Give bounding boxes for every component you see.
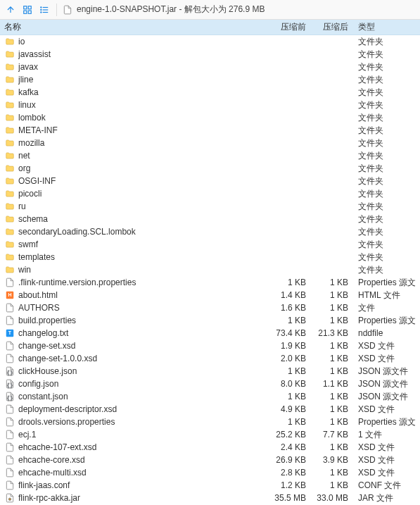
size-after: 1 KB [310,316,352,325]
txt-icon: T [4,328,15,339]
file-type: JSON 源文件 [352,366,416,378]
file-type: XSD 文件 [352,353,416,365]
file-row[interactable]: ru文件夹 [0,200,420,213]
file-name: change-set.xsd [18,341,268,351]
file-row[interactable]: Tchangelog.txt73.4 KB21.3 KBnddfile [0,327,420,339]
size-after: 1 KB [310,417,352,427]
file-row[interactable]: ehcache-multi.xsd2.8 KB1 KBXSD 文件 [0,466,420,479]
file-row[interactable]: kafka文件夹 [0,86,420,99]
file-type: 文件夹 [352,61,416,73]
file-row[interactable]: ecj.125.2 KB7.7 KB1 文件 [0,428,420,441]
size-before: 1 KB [268,392,310,401]
file-type: 文件夹 [352,188,416,200]
nav-up-icon[interactable] [4,4,17,16]
size-before: 1 KB [268,417,310,427]
file-row[interactable]: secondaryLoading.SCL.lombok文件夹 [0,225,420,238]
jar-icon [4,492,15,504]
svg-point-17 [8,498,11,501]
file-row[interactable]: linux文件夹 [0,99,420,111]
size-after: 1 KB [310,354,352,363]
file-row[interactable]: change-set-1.0.0.xsd2.0 KB1 KBXSD 文件 [0,352,420,365]
file-type: 文件夹 [352,264,416,276]
folder-icon [4,137,15,149]
size-after: 1 KB [310,442,352,452]
svg-text:H: H [8,292,11,297]
file-row[interactable]: org文件夹 [0,162,420,175]
header-name[interactable]: 名称 [4,21,268,33]
file-name: ehcache-core.xsd [18,455,268,465]
file-row[interactable]: io文件夹 [0,35,420,48]
breadcrumb[interactable]: engine-1.0-SNAPSHOT.jar - 解包大小为 276.9 MB [63,4,265,15]
file-row[interactable]: deployment-descriptor.xsd4.9 KB1 KBXSD 文… [0,403,420,416]
file-row[interactable]: { }constant.json1 KB1 KBJSON 源文件 [0,390,420,403]
size-before: 1.9 KB [268,341,310,351]
svg-rect-1 [28,6,31,8]
file-type: Properties 源文件 [352,277,416,289]
file-row[interactable]: .flink-runtime.version.properties1 KB1 K… [0,276,420,289]
file-type: 文件 [352,302,416,314]
view-list-icon[interactable] [38,4,51,16]
file-type: XSD 文件 [352,404,416,416]
file-row[interactable]: ehcache-107-ext.xsd2.4 KB1 KBXSD 文件 [0,441,420,454]
folder-icon [4,251,15,263]
file-row[interactable]: { }config.json8.0 KB1.1 KBJSON 源文件 [0,378,420,390]
size-before: 26.9 KB [268,455,310,465]
file-row[interactable]: schema文件夹 [0,213,420,225]
file-row[interactable]: lombok文件夹 [0,111,420,124]
size-before: 1 KB [268,316,310,325]
json-icon: { } [4,366,15,377]
svg-point-9 [41,11,42,12]
file-row[interactable]: OSGI-INF文件夹 [0,175,420,187]
file-row[interactable]: AUTHORS1.6 KB1 KB文件 [0,301,420,314]
folder-icon [4,239,15,250]
file-row[interactable]: swmf文件夹 [0,238,420,251]
file-icon [4,340,15,351]
header-type[interactable]: 类型 [352,21,416,33]
file-row[interactable]: META-INF文件夹 [0,124,420,137]
folder-icon [4,226,15,237]
file-name: flink-rpc-akka.jar [18,493,268,503]
file-row[interactable]: net文件夹 [0,149,420,162]
file-row[interactable]: flink-jaas.conf1.2 KB1 KBCONF 文件 [0,479,420,492]
file-row[interactable]: flink-rpc-akka.jar35.5 MB33.0 MBJAR 文件 [0,492,420,504]
file-row[interactable]: jline文件夹 [0,73,420,86]
file-name: templates [18,252,268,262]
file-name: build.properties [18,316,268,325]
file-name: net [18,151,268,161]
file-row[interactable]: templates文件夹 [0,251,420,263]
file-row[interactable]: Habout.html1.4 KB1 KBHTML 文件 [0,289,420,301]
file-name: win [18,265,268,275]
size-after: 1 KB [310,392,352,401]
file-row[interactable]: picocli文件夹 [0,187,420,200]
file-row[interactable]: javassist文件夹 [0,48,420,61]
file-row[interactable]: ehcache-core.xsd26.9 KB3.9 KBXSD 文件 [0,454,420,466]
file-type: 文件夹 [352,213,416,225]
file-row[interactable]: mozilla文件夹 [0,137,420,149]
folder-icon [4,175,15,187]
file-type: 文件夹 [352,49,416,61]
file-row[interactable]: drools.versions.properties1 KB1 KBProper… [0,416,420,428]
file-type: 文件夹 [352,226,416,238]
file-row[interactable]: { }clickHouse.json1 KB1 KBJSON 源文件 [0,365,420,378]
file-list: io文件夹javassist文件夹javax文件夹jline文件夹kafka文件… [0,35,420,505]
file-type: 1 文件 [352,429,416,441]
file-type: JAR 文件 [352,492,416,504]
folder-icon [4,112,15,123]
file-row[interactable]: build.properties1 KB1 KBProperties 源文件 [0,314,420,327]
file-type: HTML 文件 [352,289,416,301]
html-icon: H [4,289,15,301]
folder-icon [4,36,15,47]
file-type: 文件夹 [352,239,416,251]
header-compressed-after[interactable]: 压缩后 [310,21,352,33]
toolbar: engine-1.0-SNAPSHOT.jar - 解包大小为 276.9 MB [0,0,420,20]
size-before: 73.4 KB [268,328,310,338]
file-row[interactable]: win文件夹 [0,263,420,276]
file-name: deployment-descriptor.xsd [18,404,268,414]
svg-text:T: T [8,330,12,335]
file-row[interactable]: javax文件夹 [0,61,420,73]
header-compressed-before[interactable]: 压缩前 [268,21,310,33]
view-tiles-icon[interactable] [21,4,34,16]
file-name: swmf [18,239,268,249]
file-icon [4,277,15,288]
file-row[interactable]: change-set.xsd1.9 KB1 KBXSD 文件 [0,339,420,352]
